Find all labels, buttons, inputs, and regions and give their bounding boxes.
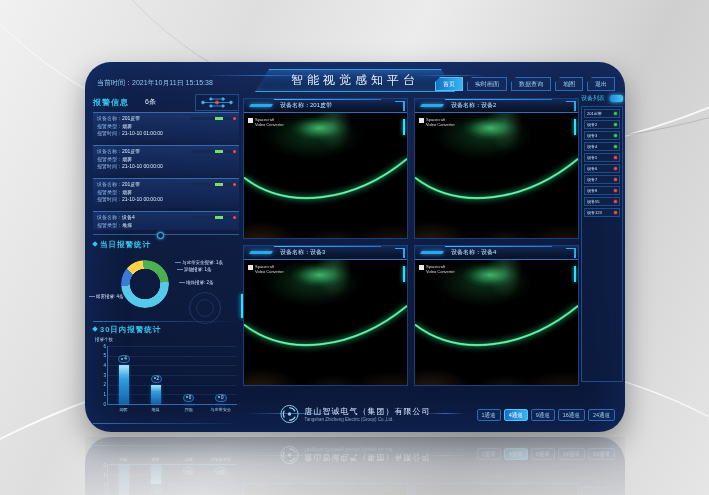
video-scrollbar-thumb[interactable] bbox=[574, 266, 576, 282]
company-logo-icon bbox=[280, 404, 300, 424]
daily-alarm-donut-chart: 烟雾报警: 4条 与皮带安全报警: 1条 异物报警: 1条 堆煤报警: 2条 bbox=[93, 252, 239, 318]
device-list-item[interactable]: 设备8 bbox=[584, 186, 620, 195]
gridline bbox=[108, 346, 237, 347]
company-name-en: Tangshan Zhicheng Electric (Group) Co.,L… bbox=[305, 417, 431, 422]
device-list-item[interactable]: 设备5 bbox=[584, 153, 620, 162]
monthly-alarm-bar-chart: 报警个数 4200 0123456 烟雾堆煤异物与皮带安全 bbox=[93, 337, 239, 423]
alarm-status-bar bbox=[191, 150, 235, 153]
device-name: 设备2 bbox=[587, 122, 597, 127]
y-axis-tick: 2 bbox=[95, 382, 106, 387]
converter-logo-icon bbox=[248, 118, 253, 123]
x-axis-label: 与皮带安全 bbox=[206, 407, 235, 412]
gridline bbox=[108, 375, 237, 376]
footer-divider bbox=[425, 413, 465, 414]
video-scrollbar-thumb[interactable] bbox=[403, 266, 405, 282]
video-converter-overlay: SpacecraftVideo Converter bbox=[248, 264, 284, 274]
device-list-item[interactable]: 设备6 bbox=[584, 164, 620, 173]
device-list-toggle-button[interactable] bbox=[610, 95, 623, 102]
converter-logo-icon bbox=[248, 265, 253, 270]
converter-logo-icon bbox=[419, 265, 424, 270]
corner-bracket-icon bbox=[395, 101, 405, 111]
donut-label-foreign-object: 异物报警: 1条 bbox=[177, 267, 212, 272]
nav-button[interactable]: 地图 bbox=[555, 77, 583, 91]
corner-bracket-icon bbox=[566, 101, 576, 111]
donut-label-smoke: 烟雾报警: 4条 bbox=[89, 294, 124, 299]
gridline bbox=[108, 394, 237, 395]
nav-button[interactable]: 实时画面 bbox=[467, 77, 507, 91]
device-list-title: 设备列表 bbox=[581, 94, 605, 103]
device-name: 设备6 bbox=[587, 166, 597, 171]
device-list-item[interactable]: 设备2 bbox=[584, 120, 620, 129]
video-converter-overlay: SpacecraftVideo Converter bbox=[419, 264, 455, 274]
nav-button[interactable]: 退出 bbox=[587, 77, 615, 91]
video-feed[interactable]: SpacecraftVideo Converter bbox=[244, 113, 407, 238]
device-list-item[interactable]: 设备4 bbox=[584, 142, 620, 151]
device-name: 设备123 bbox=[587, 210, 602, 215]
video-panel-header: 设备名称：设备2 bbox=[415, 99, 578, 113]
y-axis-tick: 0 bbox=[95, 402, 106, 407]
donut-ring bbox=[121, 260, 169, 308]
video-feed[interactable]: SpacecraftVideo Converter bbox=[244, 260, 407, 385]
y-axis-tick: 6 bbox=[95, 344, 106, 349]
alarm-count-badge: 6条 bbox=[145, 97, 156, 107]
video-grid: 设备名称：201皮带 SpacecraftVideo Converter 设备名… bbox=[243, 98, 579, 386]
device-list-item[interactable]: 设备55 bbox=[584, 197, 620, 206]
y-axis-tick: 4 bbox=[95, 363, 106, 368]
device-status-dot bbox=[614, 156, 617, 159]
device-list-item[interactable]: 201皮带 bbox=[584, 109, 620, 118]
alarm-list-item[interactable]: 设备名称：设备4 报警类型：堆煤 报警时间：21-10-10 00:00:00 bbox=[93, 211, 239, 230]
slider-track bbox=[93, 234, 239, 235]
channel-button[interactable]: 1通道 bbox=[477, 409, 501, 421]
page-title: 智能视觉感知平台 bbox=[255, 69, 455, 92]
video-panel-header: 设备名称：设备4 bbox=[415, 246, 578, 260]
video-panel-header: 设备名称：201皮带 bbox=[244, 99, 407, 113]
alarm-list-item[interactable]: 设备名称：201皮带 报警类型：烟雾 报警时间：21-10-10 00:00:0… bbox=[93, 178, 239, 208]
x-axis-label: 异物 bbox=[174, 407, 203, 412]
device-status-dot bbox=[614, 123, 617, 126]
channel-button[interactable]: 9通道 bbox=[531, 409, 555, 421]
bar-chart-ylabel: 报警个数 bbox=[95, 337, 239, 342]
video-panel[interactable]: 设备名称：201皮带 SpacecraftVideo Converter bbox=[243, 98, 408, 239]
channel-switcher: 1通道4通道9通道16通道24通道 bbox=[477, 409, 615, 421]
video-panel[interactable]: 设备名称：设备2 SpacecraftVideo Converter bbox=[414, 98, 579, 239]
x-axis-label: 堆煤 bbox=[141, 407, 170, 412]
gridline bbox=[108, 356, 237, 357]
nav-button[interactable]: 数据查询 bbox=[511, 77, 551, 91]
video-scrollbar-thumb[interactable] bbox=[403, 119, 405, 135]
video-panel[interactable]: 设备名称：设备3 SpacecraftVideo Converter bbox=[243, 245, 408, 386]
daily-stats-title: 当日报警统计 bbox=[93, 240, 239, 250]
video-feed[interactable]: SpacecraftVideo Converter bbox=[415, 113, 578, 238]
video-device-name: 设备名称：设备4 bbox=[451, 249, 496, 255]
video-scrollbar-thumb[interactable] bbox=[574, 119, 576, 135]
video-feed[interactable]: SpacecraftVideo Converter bbox=[415, 260, 578, 385]
device-status-dot bbox=[614, 178, 617, 181]
device-list-item[interactable]: 设备3 bbox=[584, 131, 620, 140]
channel-button[interactable]: 24通道 bbox=[588, 409, 615, 421]
alarm-list-item[interactable]: 设备名称：201皮带 报警类型：烟雾 报警时间：21-10-10 00:00:0… bbox=[93, 145, 239, 175]
conveyor-laser-line bbox=[415, 113, 578, 238]
sidebar-bottom-line bbox=[93, 423, 233, 424]
alarm-sidebar: 报警信息 6条 设备名称：201皮带 报警类型：烟雾 报警时间：2 bbox=[93, 96, 239, 424]
nav-button[interactable]: 首页 bbox=[435, 77, 463, 91]
device-list-item[interactable]: 设备123 bbox=[584, 208, 620, 217]
alarm-list[interactable]: 设备名称：201皮带 报警类型：烟雾 报警时间：21-10-10 01:00:0… bbox=[93, 112, 239, 230]
y-axis-tick: 3 bbox=[95, 373, 106, 378]
device-name: 设备55 bbox=[587, 199, 600, 204]
video-panel[interactable]: 设备名称：设备4 SpacecraftVideo Converter bbox=[414, 245, 579, 386]
video-device-name: 设备名称：设备2 bbox=[451, 102, 496, 108]
video-device-name: 设备名称：设备3 bbox=[280, 249, 325, 255]
y-axis-tick: 1 bbox=[95, 392, 106, 397]
device-list: 201皮带 设备2 设备3 设备4 设备5 设备6 设备7 设备8 设备55 设… bbox=[581, 106, 623, 382]
channel-button[interactable]: 4通道 bbox=[504, 409, 528, 421]
slider-knob[interactable] bbox=[157, 232, 164, 239]
alarm-list-item[interactable]: 设备名称：201皮带 报警类型：烟雾 报警时间：21-10-10 01:00:0… bbox=[93, 112, 239, 142]
video-panel-header: 设备名称：设备3 bbox=[244, 246, 407, 260]
footer: 唐山智诚电气（集团）有限公司 Tangshan Zhicheng Electri… bbox=[280, 404, 431, 424]
section-divider bbox=[93, 321, 239, 322]
alarm-list-slider[interactable] bbox=[93, 232, 239, 237]
alarm-status-bar bbox=[191, 216, 235, 219]
bar bbox=[184, 404, 194, 405]
device-list-item[interactable]: 设备7 bbox=[584, 175, 620, 184]
channel-button[interactable]: 16通道 bbox=[558, 409, 585, 421]
bar bbox=[216, 404, 226, 405]
